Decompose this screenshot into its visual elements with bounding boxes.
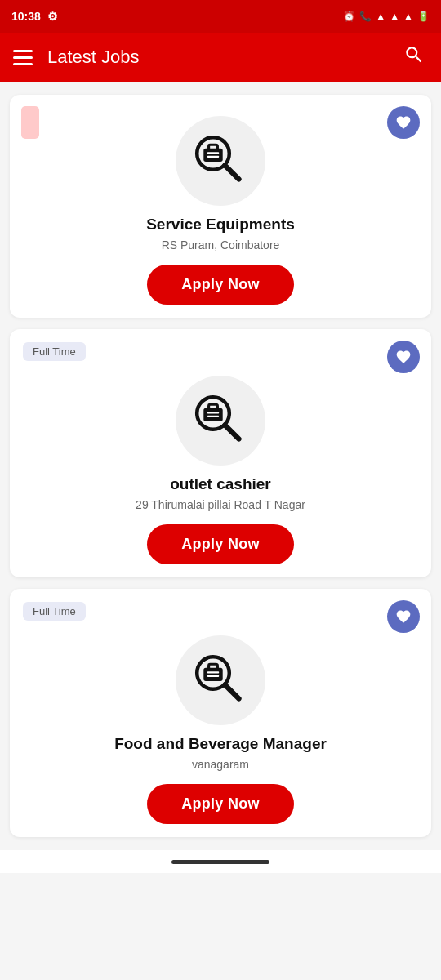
job-location-3: vanagaram [23,758,418,771]
job-icon-circle-1 [176,116,265,206]
job-icon-wrap-3 [23,635,418,725]
job-list: Service Equipments RS Puram, Coimbatore … [0,82,441,850]
svg-rect-8 [209,404,218,409]
status-left: 10:38 ⚙ [11,10,58,23]
svg-rect-16 [207,671,219,673]
svg-rect-2 [209,145,218,149]
alarm-icon: ⏰ [343,11,355,22]
job-icon-3 [191,651,250,710]
job-title-2: outlet cashier [23,475,418,493]
svg-rect-14 [209,664,218,669]
job-icon-circle-3 [176,635,265,725]
job-icon-wrap-1 [23,116,418,206]
heart-icon-2 [395,349,412,365]
job-title-3: Food and Beverage Manager [23,735,418,753]
svg-rect-10 [207,412,219,413]
job-badge-2: Full Time [23,342,86,361]
app-bar: Latest Jobs [0,33,441,82]
bottom-nav-bar [0,850,441,873]
heart-icon-3 [395,608,412,625]
job-location-1: RS Puram, Coimbatore [23,238,418,252]
settings-icon: ⚙ [47,10,58,23]
job-card-2: Full Time outlet cashier 29 Thirumalai p… [10,329,431,577]
svg-rect-11 [207,416,219,417]
job-icon-wrap-2 [23,376,418,466]
svg-rect-17 [207,675,219,677]
status-bar: 10:38 ⚙ ⏰ 📞 ▲ ▲ ▲ 🔋 [0,0,441,33]
battery-icon: 🔋 [417,11,430,22]
status-time: 10:38 [11,10,41,23]
apply-button-3[interactable]: Apply Now [147,784,294,824]
job-title-1: Service Equipments [23,216,418,234]
status-right: ⏰ 📞 ▲ ▲ ▲ 🔋 [343,11,430,22]
job-icon-2 [191,391,250,450]
job-card-3: Full Time Food and Beverage Manager vana… [10,589,431,837]
favorite-button-1[interactable] [387,106,420,139]
apply-button-2[interactable]: Apply Now [147,524,294,564]
svg-rect-4 [207,152,219,154]
hamburger-line-2 [13,56,33,59]
search-icon [403,44,425,65]
job-icon-circle-2 [176,376,265,466]
job-icon-1 [191,131,250,190]
favorite-button-3[interactable] [387,600,420,633]
phone-icon: 📞 [359,11,372,22]
signal-icon: ▲ [390,11,399,22]
svg-line-3 [225,165,238,179]
wifi-icon: ▲ [376,11,385,22]
home-indicator [172,860,270,864]
hamburger-line-3 [13,63,33,65]
heart-icon-1 [395,114,412,131]
search-button[interactable] [400,41,428,74]
svg-line-15 [225,684,238,698]
job-card-1: Service Equipments RS Puram, Coimbatore … [10,95,431,318]
signal2-icon: ▲ [403,11,413,22]
hamburger-line-1 [13,50,33,52]
svg-rect-5 [207,156,219,158]
hamburger-menu-button[interactable] [13,50,33,65]
decoration-rect [21,106,39,139]
svg-line-9 [225,425,238,439]
job-location-2: 29 Thirumalai pillai Road T Nagar [23,498,418,511]
page-title: Latest Jobs [47,47,140,68]
job-badge-3: Full Time [23,602,86,621]
apply-button-1[interactable]: Apply Now [147,265,294,305]
favorite-button-2[interactable] [387,341,420,373]
app-bar-left: Latest Jobs [13,47,140,68]
